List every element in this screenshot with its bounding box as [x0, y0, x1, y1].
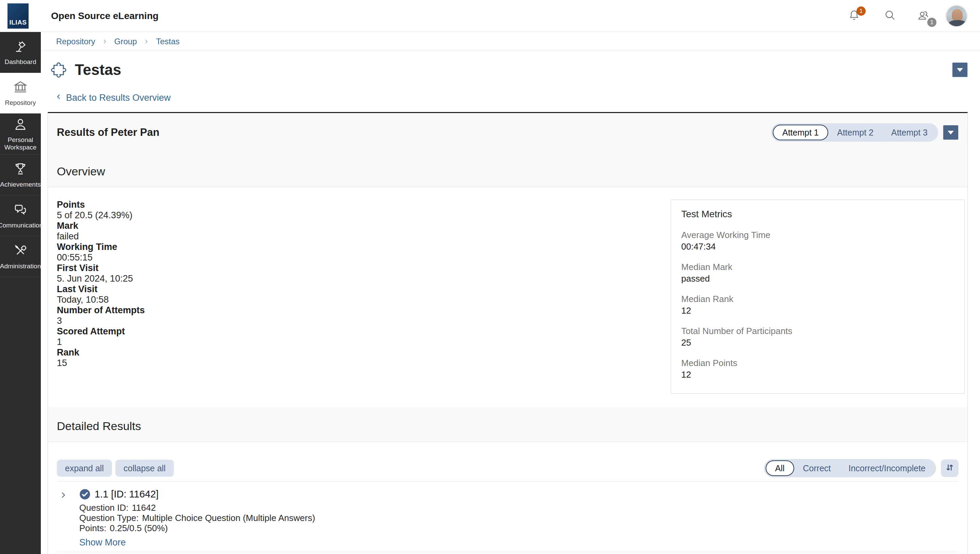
overview-fields: Points5 of 20.5 (24.39%)MarkfailedWorkin…	[57, 200, 671, 394]
metric-label: Median Mark	[681, 262, 954, 272]
show-more-link[interactable]: Show More	[79, 537, 126, 548]
back-link-label: Back to Results Overview	[66, 93, 171, 103]
puzzle-icon	[50, 61, 67, 78]
question-title-row: 1.1 [ID: 11642]	[79, 489, 959, 500]
question-property-value: Multiple Choice Question (Multiple Answe…	[142, 513, 315, 523]
expand-all-button[interactable]: expand all	[57, 460, 112, 477]
question-property-value: 0.25/0.5 (50%)	[110, 523, 168, 533]
ilias-logo[interactable]: ILIAS	[8, 3, 29, 29]
detailed-results-heading: Detailed Results	[48, 407, 967, 442]
attempt-dropdown-button[interactable]	[943, 125, 959, 140]
filter-tab-incorrect-incomplete[interactable]: Incorrect/Incomplete	[840, 460, 935, 476]
bank-icon	[13, 80, 27, 96]
user-avatar[interactable]	[945, 5, 968, 27]
metric-label: Median Rank	[681, 294, 954, 304]
page-actions-dropdown-button[interactable]	[952, 62, 968, 77]
contacts-badge: 1	[927, 18, 937, 27]
page-title: Testas	[75, 61, 952, 78]
sidebar-item-dashboard[interactable]: Dashboard	[0, 32, 41, 73]
correctness-filter: AllCorrectIncorrect/Incomplete	[764, 459, 936, 477]
sidebar-item-personal-workspace[interactable]: Personal Workspace	[0, 114, 41, 155]
overview-field-value: failed	[57, 231, 671, 242]
collapse-all-button[interactable]: collapse all	[115, 460, 174, 477]
search-icon	[884, 9, 896, 23]
search-button[interactable]	[883, 9, 897, 23]
question-item: 1.2 [ID: 11643]Question ID:11643Question…	[57, 552, 959, 554]
attempt-tab-attempt-2[interactable]: Attempt 2	[828, 125, 882, 140]
question-property-row: Question ID:11642	[79, 503, 959, 513]
overview-field-label: Number of Attempts	[57, 305, 671, 316]
question-property-value: 11642	[132, 503, 156, 513]
question-expander-button[interactable]	[57, 489, 79, 548]
sidebar-item-label: Repository	[5, 99, 36, 107]
sidebar-item-repository[interactable]: Repository	[0, 73, 41, 114]
top-bar-actions: 1 1	[847, 0, 968, 32]
back-row: Back to Results Overview	[56, 93, 980, 103]
avatar-face	[952, 9, 963, 21]
overview-field-label: Rank	[57, 347, 671, 358]
main-content: RepositoryGroupTestas Testas Back to Res…	[41, 32, 980, 554]
metric-value: 12	[681, 305, 954, 316]
overview-field-value: Today, 10:58	[57, 295, 671, 305]
top-bar: ILIAS Open Source eLearning 1 1	[0, 0, 980, 32]
main-sidebar: DashboardRepositoryPersonal WorkspaceAch…	[0, 32, 41, 554]
test-metrics-title: Test Metrics	[681, 209, 954, 220]
sidebar-item-label: Achievements	[0, 181, 40, 188]
sidebar-item-label: Personal Workspace	[1, 136, 40, 151]
breadcrumb-item[interactable]: Testas	[156, 37, 179, 46]
overview-field-value: 15	[57, 358, 671, 369]
question-item: 1.1 [ID: 11642]Question ID:11642Question…	[57, 482, 959, 552]
sidebar-item-communication[interactable]: Communication	[0, 195, 41, 236]
attempt-tab-attempt-1[interactable]: Attempt 1	[773, 125, 828, 140]
sort-order-button[interactable]	[941, 459, 959, 477]
sidebar-item-label: Administration	[0, 262, 41, 270]
metric-label: Total Number of Participants	[681, 326, 954, 336]
question-title: 1.1 [ID: 11642]	[95, 489, 159, 500]
filter-tab-correct[interactable]: Correct	[794, 460, 840, 476]
overview-field-value: 5. Jun 2024, 10:25	[57, 273, 671, 284]
caret-down-icon	[948, 131, 954, 134]
chevron-left-icon	[56, 93, 62, 103]
overview-field-value: 00:55:15	[57, 252, 671, 263]
metric-group: Average Working Time00:47:34	[681, 230, 954, 252]
attempt-switcher: Attempt 1Attempt 2Attempt 3	[771, 123, 938, 142]
notifications-button[interactable]: 1	[847, 9, 861, 23]
sidebar-item-label: Communication	[0, 222, 43, 229]
contacts-button[interactable]: 1	[917, 9, 930, 23]
question-properties: Question ID:11642Question Type:Multiple …	[79, 503, 959, 533]
metric-group: Median Markpassed	[681, 262, 954, 284]
sort-arrows-icon	[945, 462, 955, 474]
metric-value: 00:47:34	[681, 241, 954, 252]
overview-field-label: Points	[57, 200, 671, 210]
overview-field-label: Scored Attempt	[57, 326, 671, 337]
overview-field-value: 5 of 20.5 (24.39%)	[57, 210, 671, 220]
question-property-row: Points:0.25/0.5 (50%)	[79, 523, 959, 533]
breadcrumb-separator-icon	[143, 38, 149, 45]
results-panel-title: Results of Peter Pan	[57, 126, 159, 139]
filter-tab-all[interactable]: All	[765, 460, 794, 476]
back-to-results-link[interactable]: Back to Results Overview	[56, 93, 171, 103]
overview-field-value: 1	[57, 337, 671, 347]
person-icon	[13, 117, 27, 133]
overview-field-label: Mark	[57, 220, 671, 231]
detailed-results-body: expand all collapse all AllCorrectIncorr…	[48, 442, 967, 554]
app-title: Open Source eLearning	[51, 0, 159, 32]
metric-value: 12	[681, 369, 954, 380]
test-metrics-fields: Average Working Time00:47:34Median Markp…	[681, 230, 954, 380]
metric-group: Median Rank12	[681, 294, 954, 316]
lamp-icon	[13, 39, 27, 55]
sidebar-item-administration[interactable]: Administration	[0, 236, 41, 277]
caret-down-icon	[957, 68, 963, 72]
breadcrumb-item[interactable]: Group	[115, 37, 137, 46]
attempt-tab-attempt-3[interactable]: Attempt 3	[882, 125, 937, 140]
overview-body: Points5 of 20.5 (24.39%)MarkfailedWorkin…	[48, 187, 967, 407]
results-panel: Results of Peter Pan Attempt 1Attempt 2A…	[48, 112, 968, 554]
tools-icon	[13, 243, 27, 259]
check-circle-icon	[79, 489, 91, 500]
metric-label: Average Working Time	[681, 230, 954, 240]
sidebar-item-achievements[interactable]: Achievements	[0, 155, 41, 195]
question-property-label: Question Type:	[79, 513, 138, 523]
question-property-label: Question ID:	[79, 503, 129, 513]
breadcrumb-item[interactable]: Repository	[56, 37, 95, 46]
filter-controls: AllCorrectIncorrect/Incomplete	[764, 459, 959, 477]
